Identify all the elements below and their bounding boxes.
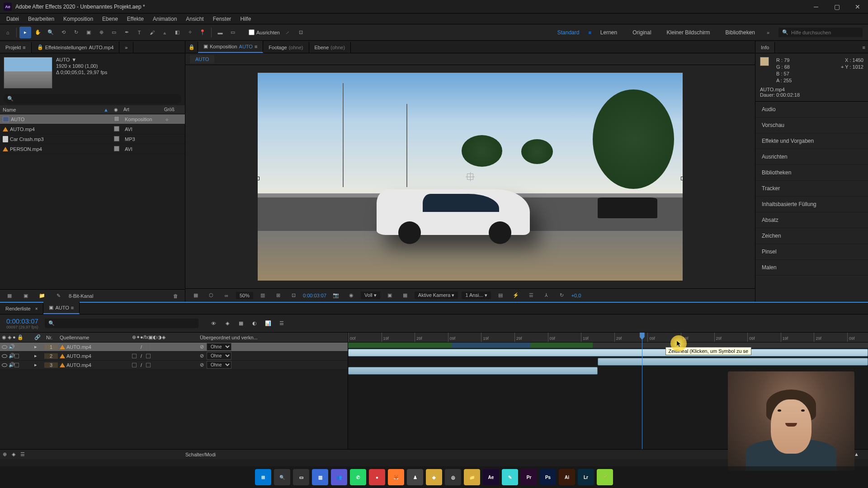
taskbar-lr-icon[interactable]: Lr [578,469,594,485]
tab-timeline-comp[interactable]: ▣ AUTO ≡ [43,302,80,314]
panel-ausrichten[interactable]: Ausrichten [755,149,868,165]
taskbar-taskview-icon[interactable]: ▭ [293,469,309,485]
taskbar-firefox-icon[interactable]: 🦊 [388,469,404,485]
shape-tool[interactable]: ▭ [108,27,120,38]
mask-icon[interactable]: ∞ [221,290,232,301]
layer-clip-3[interactable] [348,367,598,375]
panel-zeichen[interactable]: Zeichen [755,228,868,244]
motionblur-icon[interactable]: ◐ [249,318,260,329]
taskbar-app4-icon[interactable]: ✎ [502,469,518,485]
taskbar-start-icon[interactable]: ⊞ [255,469,271,485]
adjust-icon[interactable]: ✎ [52,290,64,302]
taskbar-search-icon[interactable]: 🔍 [274,469,290,485]
panel-vorschau[interactable]: Vorschau [755,117,868,133]
alpha-icon[interactable]: ▦ [190,290,202,301]
brainstorm-icon[interactable]: ☰ [276,318,287,329]
workspace-kleiner bildschirm[interactable]: Kleiner Bildschirm [660,27,717,38]
type-tool[interactable]: T [133,27,145,38]
taskbar-widgets-icon[interactable]: ▥ [312,469,328,485]
timeline-layer[interactable]: 🔊 ▸3 AUTO.mp4 / ⊘Ohne [0,361,348,370]
zoom-tool[interactable]: 🔍 [45,27,57,38]
resolution-dropdown[interactable]: Voll ▾ [361,291,380,299]
zoom-in-icon[interactable]: ▲ [854,451,859,457]
tab-composition[interactable]: ▣ Komposition AUTO ≡ [198,41,263,53]
timeline-search[interactable]: 🔍 [45,319,198,328]
selection-tool[interactable]: ▸ [19,27,31,38]
menu-komposition[interactable]: Komposition [59,14,98,24]
col-source[interactable]: Quellenname [58,335,130,340]
panel-effekte-und-vorgaben[interactable]: Effekte und Vorgaben [755,133,868,149]
workspace-original[interactable]: Original [626,27,657,38]
pan-behind-tool[interactable]: ⊕ [95,27,107,38]
taskbar-app1-icon[interactable]: ● [369,469,385,485]
panel-tracker[interactable]: Tracker [755,181,868,197]
project-item[interactable]: PERSON.mp4AVI [0,144,185,154]
roi-icon[interactable]: ▣ [384,290,396,301]
col-name-header[interactable]: Name▲ [0,107,111,113]
pixel-aspect-icon[interactable]: ▤ [495,290,506,301]
taskbar-ps-icon[interactable]: Ps [540,469,556,485]
toggle-switches-icon[interactable]: ⊕ [0,451,9,457]
menu-bearbeiten[interactable]: Bearbeiten [24,14,59,24]
taskbar-whatsapp-icon[interactable]: ✆ [350,469,366,485]
reset-exp-icon[interactable]: ↻ [556,290,568,301]
project-search[interactable]: 🔍 [4,94,181,103]
toggle-modes-icon[interactable]: ◈ [9,451,18,457]
current-time[interactable]: 0:00:03:07 [303,293,326,298]
panel-menu-icon[interactable]: ≡ [860,42,868,53]
menu-datei[interactable]: Datei [2,14,24,24]
transp-icon[interactable]: ▦ [399,290,411,301]
toggle-in-out-icon[interactable]: ☰ [18,451,27,457]
new-folder-icon[interactable]: 📁 [36,290,48,302]
timeline-icon[interactable]: ☰ [525,290,537,301]
workspace-bibliotheken[interactable]: Bibliotheken [719,27,761,38]
frameblend-icon[interactable]: ▦ [236,318,246,329]
guides-icon[interactable]: ⊡ [288,290,299,301]
timeline-current-time[interactable]: 0:00:03:07 [0,317,45,325]
layer-clip-1[interactable] [348,349,868,357]
col-nr[interactable]: Nr. [44,335,58,340]
res-icon[interactable]: ▥ [257,290,269,301]
camera-tool[interactable]: ▣ [83,27,94,38]
eraser-tool[interactable]: ◧ [171,27,183,38]
col-parent[interactable]: Übergeordnet und verkn... [198,335,348,340]
home-button[interactable]: ⌂ [2,27,14,38]
menu-effekte[interactable]: Effekte [123,14,148,24]
snap-icon[interactable]: ⟋ [282,27,293,38]
hand-tool[interactable]: ✋ [32,27,44,38]
taskbar-app3-icon[interactable]: ◆ [426,469,442,485]
taskbar-teams-icon[interactable]: 👥 [331,469,347,485]
taskbar-app2-icon[interactable]: ♟ [407,469,423,485]
panel-audio[interactable]: Audio [755,102,868,117]
transform-handle[interactable] [258,177,259,180]
tab-lock-icon[interactable]: 🔒 [185,42,198,53]
tab-projekt[interactable]: Projekt ≡ [0,42,32,53]
col-size-header[interactable]: Größ [161,107,179,112]
menu-ansicht[interactable]: Ansicht [181,14,208,24]
workspace-standard[interactable]: Standard [551,27,586,38]
composition-viewer[interactable] [185,65,755,288]
tab-overflow[interactable]: » [119,42,133,53]
rotate-tool[interactable]: ↻ [70,27,82,38]
timeline-layer[interactable]: 🔊 ▸2 AUTO.mp4 / ⊘Ohne [0,352,348,361]
zoom-dropdown[interactable]: 50% [236,292,253,299]
bpc-label[interactable]: 8-Bit-Kanal [69,293,93,299]
project-item[interactable]: AUTOKomposition⟐ [0,114,185,124]
timeline-layer[interactable]: 🔊 ▸1 AUTO.mp4 / ⊘Ohne [0,343,348,352]
snapshot-icon[interactable]: 📷 [330,290,342,301]
help-search-input[interactable] [791,30,859,35]
project-item[interactable]: AUTO.mp4AVI [0,124,185,134]
menu-fenster[interactable]: Fenster [208,14,236,24]
show-channel-icon[interactable]: ◉ [345,290,357,301]
pen-tool[interactable]: ✒ [121,27,132,38]
flowchart-icon[interactable]: ⅄ [541,290,552,301]
orbit-tool[interactable]: ⟲ [57,27,69,38]
panel-pinsel[interactable]: Pinsel [755,244,868,260]
tab-layer[interactable]: Ebene (ohne) [309,42,351,53]
workspace-lernen[interactable]: Lernen [594,27,623,38]
fill-icon[interactable]: ▬ [214,27,226,38]
menu-hilfe[interactable]: Hilfe [236,14,255,24]
panel-malen[interactable]: Malen [755,260,868,276]
tab-effekteinstellungen[interactable]: 🔒 Effekteinstellungen AUTO.mp4 [32,42,120,53]
comp-breadcrumb[interactable]: AUTO [190,55,214,63]
